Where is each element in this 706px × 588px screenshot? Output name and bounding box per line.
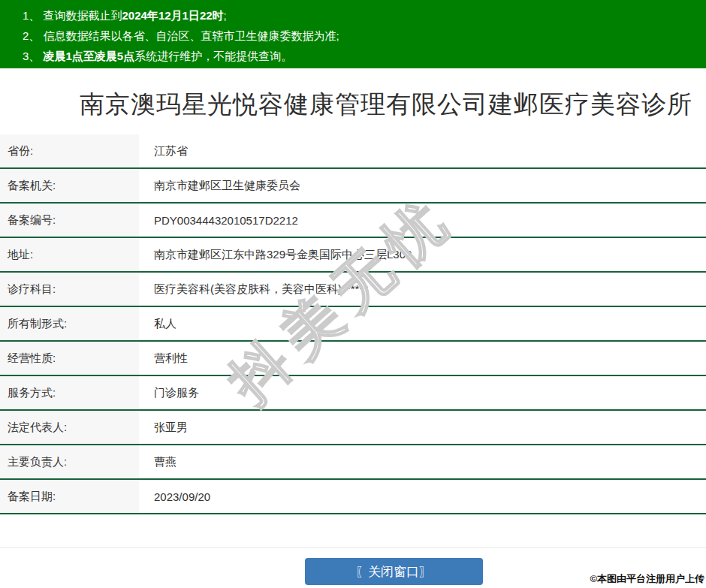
page-title: 南京澳玛星光悦容健康管理有限公司建邺医疗美容诊所: [66, 88, 706, 121]
field-label: 备案日期:: [0, 480, 139, 513]
field-value: 门诊服务: [139, 376, 706, 409]
field-label: 备案机关:: [0, 169, 139, 202]
table-row-filing-authority: 备案机关: 南京市建邺区卫生健康委员会: [0, 169, 706, 204]
table-row-legal-representative: 法定代表人: 张亚男: [0, 411, 706, 445]
field-label: 主要负责人:: [0, 445, 139, 478]
notice-banner: 1、 查询数据截止到2024年12月1日22时; 2、 信息数据结果以各省、自治…: [0, 0, 706, 68]
upload-credit-watermark: ©本图由平台注册用户上传: [590, 572, 704, 586]
table-row-ownership-form: 所有制形式: 私人: [0, 307, 706, 342]
notice-line-2: 2、 信息数据结果以各省、自治区、直辖市卫生健康委数据为准;: [23, 26, 698, 46]
field-label: 诊疗科目:: [0, 273, 139, 306]
table-row-filing-number: 备案编号: PDY00344432010517D2212: [0, 204, 706, 238]
field-label: 省份:: [0, 134, 139, 167]
field-value: 2023/09/20: [139, 480, 706, 513]
notice-text: 3、: [23, 50, 44, 62]
table-row-service-mode: 服务方式: 门诊服务: [0, 376, 706, 411]
table-row-address: 地址: 南京市建邺区江东中路329号金奥国际中心三层L302: [0, 238, 706, 273]
field-value: 江苏省: [139, 134, 706, 167]
field-label: 服务方式:: [0, 376, 139, 409]
table-row-business-nature: 经营性质: 营利性: [0, 342, 706, 376]
field-value: 私人: [139, 307, 706, 340]
field-value: 南京市建邺区江东中路329号金奥国际中心三层L302: [139, 238, 706, 271]
table-row-treatment-subjects: 诊疗科目: 医疗美容科(美容皮肤科，美容中医科)******: [0, 273, 706, 307]
field-label: 所有制形式:: [0, 307, 139, 340]
field-value: 南京市建邺区卫生健康委员会: [139, 169, 706, 202]
notice-text: ;: [224, 9, 227, 22]
field-value: 曹燕: [139, 445, 706, 478]
field-value: 医疗美容科(美容皮肤科，美容中医科)******: [139, 273, 706, 306]
table-row-province: 省份: 江苏省: [0, 134, 706, 169]
field-label: 经营性质:: [0, 342, 139, 375]
field-label: 备案编号:: [0, 204, 139, 237]
table-row-main-person-in-charge: 主要负责人: 曹燕: [0, 445, 706, 480]
field-value: PDY00344432010517D2212: [139, 204, 706, 237]
table-row-filing-date: 备案日期: 2023/09/20: [0, 480, 706, 514]
notice-text: 2、 信息数据结果以各省、自治区、直辖市卫生健康委数据为准;: [23, 29, 339, 42]
notice-line-3: 3、 凌晨1点至凌晨5点系统进行维护，不能提供查询。: [23, 46, 698, 66]
field-value: 营利性: [139, 342, 706, 375]
notice-bold-text: 凌晨1点至凌晨5点: [44, 50, 135, 62]
field-value: 张亚男: [139, 411, 706, 444]
record-table: 省份: 江苏省 备案机关: 南京市建邺区卫生健康委员会 备案编号: PDY003…: [0, 134, 706, 514]
close-window-button[interactable]: 〖关闭窗口〗: [305, 558, 483, 585]
field-label: 法定代表人:: [0, 411, 139, 444]
notice-line-1: 1、 查询数据截止到2024年12月1日22时;: [23, 5, 698, 26]
notice-bold-text: 2024年12月1日22时: [122, 9, 224, 22]
field-label: 地址:: [0, 238, 139, 271]
notice-text: 系统进行维护，不能提供查询。: [134, 50, 292, 62]
notice-text: 1、 查询数据截止到: [23, 9, 122, 22]
